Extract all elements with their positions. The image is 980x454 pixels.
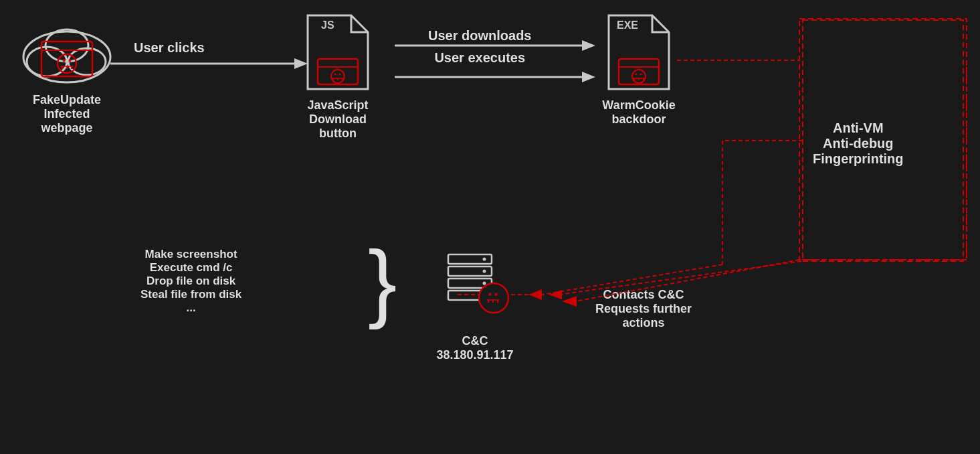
svg-point-32: [331, 70, 345, 83]
cloud-icon: [20, 13, 114, 87]
js-file-icon: JS: [301, 12, 375, 92]
user-downloads-arrow: User downloads User executes: [428, 28, 531, 66]
cnc-label: C&C: [435, 334, 515, 348]
js-label-line2: Download: [301, 112, 375, 127]
webpage-label-line1: FakeUpdate: [20, 93, 114, 107]
requests-text: Requests further: [595, 302, 692, 316]
svg-marker-5: [582, 72, 595, 82]
actions-text: actions: [595, 316, 692, 330]
svg-point-58: [483, 270, 486, 273]
diagram-svg: [0, 0, 980, 454]
user-executes-label: User executes: [428, 50, 531, 66]
js-label-line3: button: [301, 127, 375, 141]
cap-2: Execute cmd /c: [140, 261, 241, 275]
anti-debug-label: Anti-debug: [813, 136, 904, 151]
cnc-server-icon: [435, 248, 515, 328]
svg-text:JS: JS: [321, 19, 334, 31]
fingerprinting-label: Fingerprinting: [813, 151, 904, 167]
webpage-node: FakeUpdate Infected webpage: [20, 13, 114, 135]
js-file-node: JS JavaScript Download button: [301, 12, 375, 141]
svg-rect-42: [619, 59, 659, 84]
exe-label-line1: WarmCookie: [602, 98, 676, 112]
user-clicks-label: User clicks: [134, 40, 205, 55]
webpage-label-line3: webpage: [20, 121, 114, 135]
contacts-text: Contacts C&C: [595, 288, 692, 302]
curly-brace: }: [368, 238, 397, 325]
cap-1: Make screenshot: [140, 248, 241, 261]
anti-vm-label: Anti-VM: [813, 121, 904, 136]
cnc-ip: 38.180.91.117: [435, 348, 515, 362]
anti-vm-node: Anti-VM Anti-debug Fingerprinting: [813, 121, 904, 167]
user-downloads-label: User downloads: [428, 28, 531, 44]
webpage-label-line2: Infected: [20, 107, 114, 121]
exe-label-line2: backdoor: [602, 112, 676, 127]
user-clicks-arrow: User clicks: [134, 40, 205, 56]
svg-marker-3: [582, 40, 595, 51]
svg-marker-75: [562, 296, 577, 307]
js-label-line1: JavaScript: [301, 98, 375, 112]
cap-3: Drop file on disk: [140, 275, 241, 288]
svg-marker-13: [549, 290, 562, 299]
exe-file-icon: EXE: [602, 12, 676, 92]
cap-4: Steal file from disk: [140, 288, 241, 301]
capabilities-list: Make screenshot Execute cmd /c Drop file…: [140, 248, 241, 315]
svg-point-61: [479, 283, 508, 313]
attack-chain-diagram: FakeUpdate Infected webpage User clicks …: [0, 0, 980, 454]
cap-5: ...: [140, 301, 241, 315]
exe-file-node: EXE WarmCookie backdoor: [602, 12, 676, 127]
svg-text:EXE: EXE: [617, 19, 638, 31]
svg-point-59: [483, 282, 486, 285]
contacts-cnc-label: Contacts C&C Requests further actions: [595, 288, 692, 330]
svg-point-57: [483, 258, 486, 261]
svg-point-44: [632, 70, 646, 83]
svg-rect-30: [318, 59, 358, 84]
cnc-server-node: C&C 38.180.91.117: [435, 248, 515, 362]
red-arrows-svg: [0, 0, 980, 454]
svg-marker-10: [528, 289, 542, 300]
